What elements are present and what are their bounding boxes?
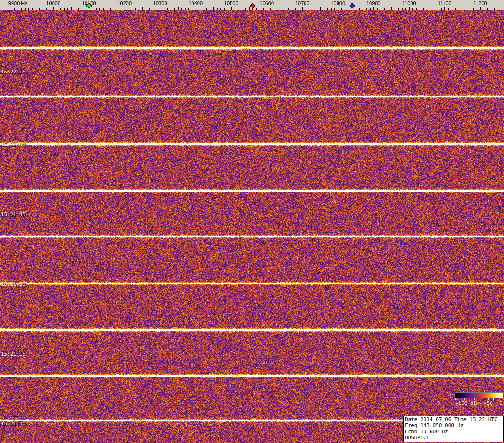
ruler-minor-tick [384,8,385,10]
ruler-minor-tick [317,8,317,10]
ruler-minor-tick [213,7,214,10]
ruler-minor-tick [324,8,324,10]
ruler-minor-tick [188,8,189,10]
ruler-minor-tick [494,8,495,10]
ruler-minor-tick [473,8,474,10]
ruler-minor-tick [135,8,136,10]
ruler-minor-tick [349,8,349,10]
ruler-major-tick [53,7,54,10]
ruler-minor-tick [121,8,121,10]
info-frequency: Freq=143 050 000 Hz [405,423,502,429]
freq-scale-label: 11000 [402,1,416,6]
ruler-minor-tick [412,8,413,10]
freq-scale-label: 10000 [46,1,61,6]
ruler-minor-tick [220,8,221,10]
ruler-major-tick [409,7,410,10]
freq-scale-label: 10300 [153,1,167,6]
ruler-minor-tick [118,8,118,10]
ruler-minor-tick [299,8,299,10]
ruler-major-tick [231,7,232,10]
ruler-minor-tick [239,8,239,10]
freq-scale-label: 11200 [473,1,487,6]
ruler-minor-tick [93,8,93,10]
ruler-minor-tick [388,8,388,10]
ruler-minor-tick [263,8,264,10]
ruler-minor-tick [320,7,321,10]
ruler-minor-tick [14,8,15,10]
ruler-minor-tick [274,8,274,10]
freq-scale-label: 10600 [260,1,274,6]
ruler-minor-tick [434,8,434,10]
ruler-minor-tick [146,8,146,10]
ruler-major-tick [196,7,196,10]
ruler-minor-tick [242,8,242,10]
ruler-minor-tick [477,8,477,10]
ruler-minor-tick [470,8,470,10]
ruler-minor-tick [192,8,192,10]
ruler-minor-tick [139,8,139,10]
ruler-minor-tick [57,8,57,10]
frequency-marker-red-icon[interactable] [250,3,256,9]
ruler-minor-tick [455,8,456,10]
ruler-minor-tick [82,8,82,10]
spectrogram-waterfall[interactable] [0,10,504,443]
ruler-minor-tick [402,8,403,10]
observation-info-box: Date=2014-07-06 Time=13:22 UTC Freq=143 … [403,416,504,442]
ruler-minor-tick [270,8,271,10]
ruler-minor-tick [171,8,171,10]
ruler-minor-tick [142,7,143,10]
ruler-minor-tick [359,8,360,10]
ruler-minor-tick [110,8,111,10]
ruler-minor-tick [167,8,168,10]
ruler-minor-tick [50,8,50,10]
ruler-minor-tick [427,7,427,10]
ruler-minor-tick [11,8,11,10]
ruler-minor-tick [32,8,33,10]
ruler-minor-tick [278,8,278,10]
ruler-minor-tick [491,8,491,10]
ruler-minor-tick [370,8,371,10]
ruler-minor-tick [331,8,332,10]
ruler-minor-tick [228,8,228,10]
ruler-minor-tick [157,8,157,10]
ruler-minor-tick [245,8,246,10]
ruler-minor-tick [345,8,345,10]
ruler-minor-tick [71,7,72,10]
ruler-minor-tick [295,8,296,10]
ruler-major-tick [480,7,481,10]
ruler-minor-tick [25,8,26,10]
ruler-minor-tick [64,8,65,10]
ruler-minor-tick [249,7,250,10]
ruler-minor-tick [310,8,310,10]
ruler-minor-tick [431,8,431,10]
ruler-minor-tick [36,7,36,10]
ruler-minor-tick [224,8,225,10]
ruler-minor-tick [463,7,463,10]
ruler-minor-tick [39,8,40,10]
frequency-marker-blue-icon[interactable] [350,3,356,9]
ruler-minor-tick [114,8,114,10]
ruler-minor-tick [381,8,381,10]
ruler-minor-tick [103,8,104,10]
info-date-time: Date=2014-07-06 Time=13:22 UTC [405,417,502,423]
frequency-ruler[interactable]: 9900 Hz100001010010200103001040010500106… [0,0,504,10]
ruler-major-tick [125,7,125,10]
ruler-minor-tick [281,8,281,10]
ruler-minor-tick [43,8,43,10]
ruler-minor-tick [377,8,378,10]
ruler-minor-tick [420,8,420,10]
freq-scale-label: 10800 [331,1,345,6]
ruler-minor-tick [75,8,75,10]
ruler-minor-tick [7,8,7,10]
ruler-minor-tick [149,8,150,10]
ruler-major-tick [373,7,374,10]
ruler-minor-tick [484,8,484,10]
ruler-minor-tick [441,8,442,10]
ruler-minor-tick [132,8,132,10]
freq-scale-label: 9900 Hz [8,1,27,6]
ruler-minor-tick [459,8,459,10]
freq-scale-label: 11100 [438,1,451,6]
ruler-minor-tick [21,8,22,10]
ruler-minor-tick [416,8,417,10]
ruler-minor-tick [153,8,153,10]
